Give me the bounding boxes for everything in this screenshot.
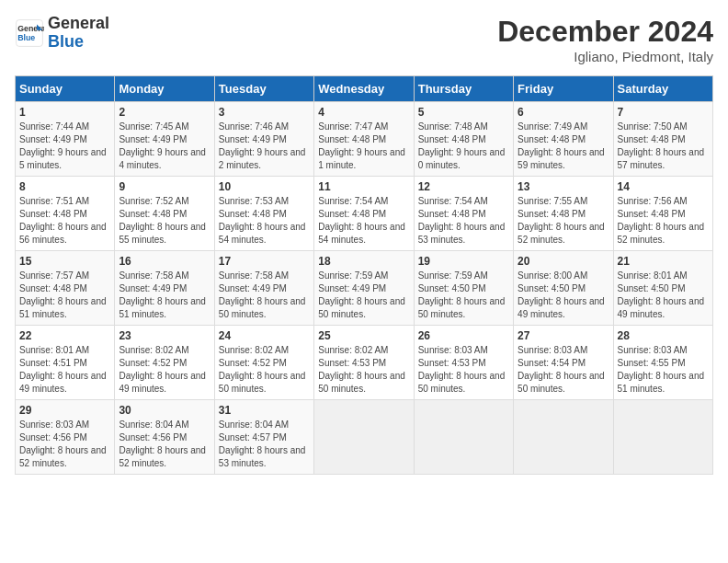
day-number: 4	[318, 106, 409, 119]
day-info: Sunrise: 8:03 AMSunset: 4:55 PMDaylight:…	[618, 344, 709, 396]
calendar-cell: 29 Sunrise: 8:03 AMSunset: 4:56 PMDaylig…	[16, 400, 115, 475]
day-number: 29	[19, 404, 110, 417]
day-header-wednesday: Wednesday	[314, 76, 414, 102]
day-info: Sunrise: 7:54 AMSunset: 4:48 PMDaylight:…	[318, 195, 409, 247]
day-number: 26	[418, 329, 509, 342]
day-info: Sunrise: 7:53 AMSunset: 4:48 PMDaylight:…	[219, 195, 310, 247]
calendar-cell: 11 Sunrise: 7:54 AMSunset: 4:48 PMDaylig…	[314, 177, 414, 251]
day-info: Sunrise: 7:57 AMSunset: 4:48 PMDaylight:…	[19, 270, 110, 321]
svg-text:Blue: Blue	[17, 33, 35, 42]
day-number: 21	[618, 255, 709, 268]
calendar-cell: 7 Sunrise: 7:50 AMSunset: 4:48 PMDayligh…	[613, 102, 712, 177]
day-number: 24	[219, 329, 310, 342]
calendar-cell: 6 Sunrise: 7:49 AMSunset: 4:48 PMDayligh…	[514, 102, 613, 177]
day-info: Sunrise: 8:03 AMSunset: 4:56 PMDaylight:…	[19, 419, 110, 470]
day-info: Sunrise: 8:02 AMSunset: 4:52 PMDaylight:…	[119, 344, 210, 396]
calendar-cell: 25 Sunrise: 8:02 AMSunset: 4:53 PMDaylig…	[314, 326, 414, 400]
day-info: Sunrise: 8:00 AMSunset: 4:50 PMDaylight:…	[518, 270, 609, 321]
calendar-cell: 16 Sunrise: 7:58 AMSunset: 4:49 PMDaylig…	[115, 251, 214, 326]
day-number: 2	[119, 106, 210, 119]
calendar-cell: 19 Sunrise: 7:59 AMSunset: 4:50 PMDaylig…	[414, 251, 513, 326]
month-title: December 2024	[497, 15, 713, 49]
calendar-cell: 14 Sunrise: 7:56 AMSunset: 4:48 PMDaylig…	[613, 177, 712, 251]
header-row: SundayMondayTuesdayWednesdayThursdayFrid…	[16, 76, 713, 102]
calendar-cell: 12 Sunrise: 7:54 AMSunset: 4:48 PMDaylig…	[414, 177, 513, 251]
day-number: 8	[19, 180, 110, 193]
calendar-week-2: 8 Sunrise: 7:51 AMSunset: 4:48 PMDayligh…	[16, 177, 713, 251]
day-header-saturday: Saturday	[613, 76, 712, 102]
day-number: 3	[219, 106, 310, 119]
calendar-cell: 21 Sunrise: 8:01 AMSunset: 4:50 PMDaylig…	[613, 251, 712, 326]
calendar-week-1: 1 Sunrise: 7:44 AMSunset: 4:49 PMDayligh…	[16, 102, 713, 177]
day-info: Sunrise: 7:47 AMSunset: 4:48 PMDaylight:…	[318, 121, 409, 172]
day-info: Sunrise: 8:03 AMSunset: 4:53 PMDaylight:…	[418, 344, 509, 396]
calendar-cell: 26 Sunrise: 8:03 AMSunset: 4:53 PMDaylig…	[414, 326, 513, 400]
day-info: Sunrise: 7:49 AMSunset: 4:48 PMDaylight:…	[518, 121, 609, 172]
calendar-cell: 31 Sunrise: 8:04 AMSunset: 4:57 PMDaylig…	[214, 400, 313, 475]
day-info: Sunrise: 7:58 AMSunset: 4:49 PMDaylight:…	[119, 270, 210, 321]
calendar-cell: 20 Sunrise: 8:00 AMSunset: 4:50 PMDaylig…	[514, 251, 613, 326]
calendar-cell: 28 Sunrise: 8:03 AMSunset: 4:55 PMDaylig…	[613, 326, 712, 400]
day-number: 27	[518, 329, 609, 342]
day-info: Sunrise: 8:04 AMSunset: 4:57 PMDaylight:…	[219, 419, 310, 470]
day-info: Sunrise: 8:01 AMSunset: 4:51 PMDaylight:…	[19, 344, 110, 396]
calendar-cell: 17 Sunrise: 7:58 AMSunset: 4:49 PMDaylig…	[214, 251, 313, 326]
day-info: Sunrise: 8:02 AMSunset: 4:53 PMDaylight:…	[318, 344, 409, 396]
day-number: 20	[518, 255, 609, 268]
day-number: 22	[19, 329, 110, 342]
day-number: 6	[518, 106, 609, 119]
calendar-cell: 18 Sunrise: 7:59 AMSunset: 4:49 PMDaylig…	[314, 251, 414, 326]
day-number: 12	[418, 180, 509, 193]
day-number: 15	[19, 255, 110, 268]
day-number: 28	[618, 329, 709, 342]
logo-text: General Blue	[48, 15, 109, 52]
day-header-sunday: Sunday	[16, 76, 115, 102]
calendar-cell: 22 Sunrise: 8:01 AMSunset: 4:51 PMDaylig…	[16, 326, 115, 400]
day-info: Sunrise: 7:52 AMSunset: 4:48 PMDaylight:…	[119, 195, 210, 247]
calendar-table: SundayMondayTuesdayWednesdayThursdayFrid…	[15, 75, 713, 475]
day-info: Sunrise: 7:48 AMSunset: 4:48 PMDaylight:…	[418, 121, 509, 172]
calendar-cell	[514, 400, 613, 475]
calendar-cell: 9 Sunrise: 7:52 AMSunset: 4:48 PMDayligh…	[115, 177, 214, 251]
day-number: 23	[119, 329, 210, 342]
calendar-cell: 3 Sunrise: 7:46 AMSunset: 4:49 PMDayligh…	[214, 102, 313, 177]
day-number: 31	[219, 404, 310, 417]
calendar-cell: 27 Sunrise: 8:03 AMSunset: 4:54 PMDaylig…	[514, 326, 613, 400]
day-number: 13	[518, 180, 609, 193]
calendar-cell: 4 Sunrise: 7:47 AMSunset: 4:48 PMDayligh…	[314, 102, 414, 177]
day-info: Sunrise: 7:50 AMSunset: 4:48 PMDaylight:…	[618, 121, 709, 172]
day-info: Sunrise: 8:01 AMSunset: 4:50 PMDaylight:…	[618, 270, 709, 321]
calendar-cell	[613, 400, 712, 475]
day-header-friday: Friday	[514, 76, 613, 102]
calendar-cell: 5 Sunrise: 7:48 AMSunset: 4:48 PMDayligh…	[414, 102, 513, 177]
calendar-week-5: 29 Sunrise: 8:03 AMSunset: 4:56 PMDaylig…	[16, 400, 713, 475]
logo-icon: General Blue	[15, 18, 44, 48]
calendar-cell: 1 Sunrise: 7:44 AMSunset: 4:49 PMDayligh…	[16, 102, 115, 177]
day-number: 9	[119, 180, 210, 193]
calendar-cell: 2 Sunrise: 7:45 AMSunset: 4:49 PMDayligh…	[115, 102, 214, 177]
calendar-cell: 30 Sunrise: 8:04 AMSunset: 4:56 PMDaylig…	[115, 400, 214, 475]
day-info: Sunrise: 8:04 AMSunset: 4:56 PMDaylight:…	[119, 419, 210, 470]
day-number: 18	[318, 255, 409, 268]
day-info: Sunrise: 7:55 AMSunset: 4:48 PMDaylight:…	[518, 195, 609, 247]
day-info: Sunrise: 7:44 AMSunset: 4:49 PMDaylight:…	[19, 121, 110, 172]
day-info: Sunrise: 7:58 AMSunset: 4:49 PMDaylight:…	[219, 270, 310, 321]
calendar-week-3: 15 Sunrise: 7:57 AMSunset: 4:48 PMDaylig…	[16, 251, 713, 326]
day-number: 17	[219, 255, 310, 268]
header: General Blue General Blue December 2024 …	[15, 15, 713, 64]
calendar-cell	[414, 400, 513, 475]
day-number: 7	[618, 106, 709, 119]
day-info: Sunrise: 7:59 AMSunset: 4:49 PMDaylight:…	[318, 270, 409, 321]
day-number: 1	[19, 106, 110, 119]
day-info: Sunrise: 7:46 AMSunset: 4:49 PMDaylight:…	[219, 121, 310, 172]
day-header-thursday: Thursday	[414, 76, 513, 102]
day-info: Sunrise: 7:59 AMSunset: 4:50 PMDaylight:…	[418, 270, 509, 321]
day-info: Sunrise: 8:02 AMSunset: 4:52 PMDaylight:…	[219, 344, 310, 396]
logo: General Blue General Blue	[15, 15, 109, 52]
day-number: 5	[418, 106, 509, 119]
day-number: 11	[318, 180, 409, 193]
day-number: 25	[318, 329, 409, 342]
calendar-cell: 13 Sunrise: 7:55 AMSunset: 4:48 PMDaylig…	[514, 177, 613, 251]
day-number: 14	[618, 180, 709, 193]
day-number: 10	[219, 180, 310, 193]
